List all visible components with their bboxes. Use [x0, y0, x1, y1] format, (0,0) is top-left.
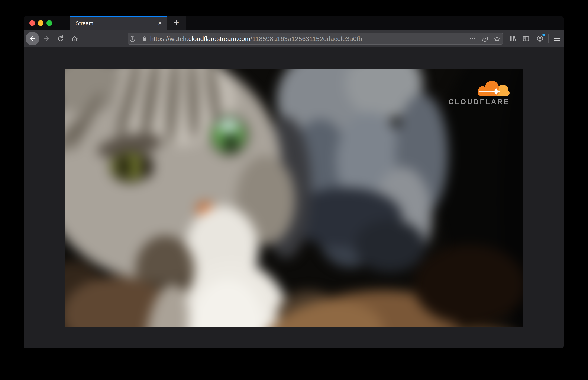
- back-button[interactable]: [26, 32, 39, 45]
- url-path: /118598a163a125631152ddaccfe3a0fb: [250, 35, 362, 42]
- tab-title: Stream: [75, 16, 93, 30]
- menu-button[interactable]: [553, 35, 561, 42]
- urlbar-separator: [138, 36, 138, 42]
- ellipsis-icon: [469, 35, 477, 43]
- lock-icon[interactable]: [141, 35, 149, 43]
- hamburger-menu-icon: [553, 35, 561, 42]
- page-content: CLOUDFLARE’: [24, 47, 564, 348]
- url-bar[interactable]: https://watch.cloudflarestream.com/11859…: [128, 33, 503, 45]
- pocket-button[interactable]: [481, 35, 489, 43]
- navigation-toolbar: https://watch.cloudflarestream.com/11859…: [24, 30, 564, 47]
- page-actions-button[interactable]: [469, 35, 477, 43]
- sidebar-icon: [522, 35, 530, 42]
- blurred-cat-video-frame: [65, 69, 523, 327]
- library-button[interactable]: [508, 35, 516, 42]
- toolbar-divider: [548, 34, 549, 43]
- video-player[interactable]: CLOUDFLARE’: [65, 69, 523, 327]
- browser-window: Stream ✕ +: [24, 16, 564, 348]
- tracking-protection-shield-icon[interactable]: [129, 35, 136, 43]
- account-notification-dot: [542, 34, 545, 36]
- tab-close-icon[interactable]: ✕: [156, 20, 164, 27]
- cloudflare-watermark: CLOUDFLARE’: [449, 81, 511, 105]
- new-tab-button[interactable]: +: [170, 16, 182, 30]
- cloudflare-cloud-icon: [477, 81, 511, 96]
- pocket-icon: [481, 35, 489, 43]
- home-button[interactable]: [71, 35, 78, 42]
- back-arrow-icon: [29, 35, 36, 42]
- library-icon: [508, 35, 516, 42]
- new-tab-zone: +: [167, 16, 186, 30]
- sidebar-button[interactable]: [522, 35, 530, 42]
- titlebar: Stream ✕ +: [24, 16, 564, 30]
- url-prefix: https://watch.: [150, 35, 189, 42]
- reload-icon: [57, 35, 64, 42]
- trademark-mark: ’: [510, 96, 512, 100]
- url-domain: cloudflarestream.com: [189, 35, 251, 42]
- tab-stream[interactable]: Stream ✕: [70, 16, 167, 30]
- bookmark-star-button[interactable]: [493, 35, 501, 43]
- star-icon: [493, 35, 501, 43]
- reload-button[interactable]: [57, 35, 64, 42]
- traffic-lights: [24, 16, 70, 30]
- forward-arrow-icon: [43, 35, 51, 42]
- cloudflare-watermark-text: CLOUDFLARE’: [449, 98, 511, 105]
- maximize-window-button[interactable]: [47, 20, 52, 26]
- url-text[interactable]: https://watch.cloudflarestream.com/11859…: [150, 33, 362, 44]
- home-icon: [71, 35, 78, 42]
- forward-button[interactable]: [43, 35, 51, 42]
- minimize-window-button[interactable]: [38, 20, 43, 26]
- desktop-background: Stream ✕ +: [0, 0, 588, 380]
- close-window-button[interactable]: [29, 20, 35, 26]
